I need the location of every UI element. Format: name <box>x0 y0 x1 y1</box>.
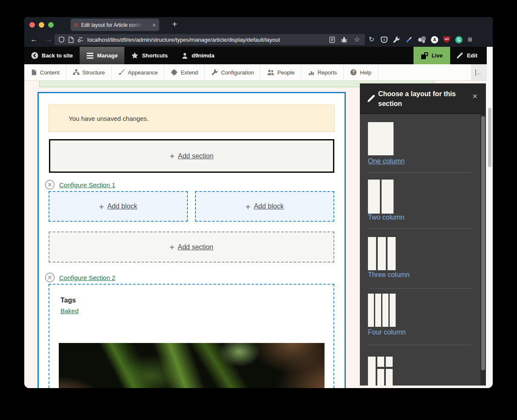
tags-heading: Tags <box>60 297 333 304</box>
menu-item-extend[interactable]: Extend <box>164 64 204 80</box>
plus-icon: + <box>99 203 104 211</box>
drupal-admin-menu: Content Structure Appearance Extend Conf… <box>24 64 487 81</box>
minimize-window-button[interactable] <box>39 22 44 28</box>
back-icon[interactable]: ← <box>30 32 37 47</box>
reports-chart-icon <box>308 69 315 76</box>
browser-actions: ↻ ∨ A uO G ≡ <box>368 32 472 47</box>
add-block-region-first[interactable]: + Add block <box>49 191 188 222</box>
sidebar-scrollbar-thumb[interactable] <box>481 116 485 370</box>
layout-option-one-column-link[interactable]: One column <box>368 157 405 165</box>
menu-label: People <box>277 69 294 76</box>
shortcuts-button[interactable]: Shortcuts <box>124 47 175 64</box>
menu-item-reports[interactable]: Reports <box>302 64 344 80</box>
refresh-icon[interactable]: ↻ <box>368 36 376 43</box>
sidebar-title: Choose a layout for this section <box>378 89 461 109</box>
browser-menu-icon[interactable]: ≡ <box>468 35 472 44</box>
manage-button[interactable]: Manage <box>80 47 124 64</box>
browser-tab[interactable]: U Edit layout for Article content ite × <box>71 19 159 31</box>
add-block-region-second[interactable]: + Add block <box>195 191 334 222</box>
back-to-site-button[interactable]: Back to site <box>24 47 80 64</box>
page-scrollbar-thumb[interactable] <box>488 108 491 167</box>
menu-label: Appearance <box>128 69 158 76</box>
live-label: Live <box>431 52 442 59</box>
layout-option-one-column-thumb[interactable] <box>368 122 393 155</box>
layout-selection-sidebar: Choose a layout for this section × One c… <box>360 83 486 386</box>
toolbar-collapse-button[interactable]: ← <box>471 64 487 80</box>
menu-label: Structure <box>83 69 105 76</box>
drupal-admin-toolbar: Back to site Manage Shortcuts d9nimda Li… <box>24 47 487 64</box>
new-tab-button[interactable]: + <box>169 19 180 30</box>
page-info-icon[interactable] <box>68 37 74 43</box>
remove-section-icon[interactable] <box>45 180 55 190</box>
permissions-icon[interactable] <box>77 37 84 43</box>
add-section-label: Add section <box>178 152 214 160</box>
manage-label: Manage <box>97 52 118 59</box>
add-section-label: Add section <box>178 243 213 251</box>
user-label: d9nimda <box>192 52 214 59</box>
remove-section-icon[interactable] <box>45 272 55 283</box>
menu-label: Content <box>40 69 60 76</box>
shortcuts-label: Shortcuts <box>142 52 168 59</box>
grammarly-icon[interactable]: G <box>455 36 462 43</box>
appearance-brush-icon <box>118 69 125 76</box>
menu-item-help[interactable]: ? Help <box>344 64 378 80</box>
help-icon: ? <box>350 69 357 76</box>
layout-option-three-column-thumb[interactable] <box>368 237 396 270</box>
configure-section-2-link[interactable]: Configure Section 2 <box>59 274 115 281</box>
divider <box>368 345 472 345</box>
url-bar[interactable]: localhost/libs/d9/en/admin/structure/typ… <box>55 34 365 45</box>
extension-molecule-icon[interactable] <box>418 36 426 43</box>
layout-option-four-column-link[interactable]: Four column <box>368 329 406 336</box>
divider <box>368 172 472 173</box>
add-section-button-top[interactable]: + Add section <box>49 139 334 173</box>
bug-extension-icon[interactable] <box>341 36 348 43</box>
back-circle-icon <box>31 52 38 59</box>
highlighter-pen-icon[interactable] <box>406 37 412 42</box>
url-text[interactable]: localhost/libs/d9/en/admin/structure/typ… <box>87 37 326 43</box>
tab-title: Edit layout for Article content ite <box>81 22 145 29</box>
configuration-wrench-icon <box>211 69 218 76</box>
pencil-icon <box>367 94 376 103</box>
reader-view-icon[interactable] <box>329 37 335 43</box>
menu-item-appearance[interactable]: Appearance <box>112 64 164 80</box>
menu-label: Help <box>360 69 371 76</box>
live-icon <box>421 52 428 59</box>
sidebar-scrollbar[interactable] <box>480 114 486 386</box>
section-1-header: Configure Section 1 <box>45 180 115 190</box>
configure-section-1-link[interactable]: Configure Section 1 <box>59 181 115 189</box>
shield-icon[interactable] <box>58 36 65 43</box>
people-icon <box>267 69 274 76</box>
toolbar-right-group: Live Edit <box>414 47 487 64</box>
bookmark-star-icon[interactable]: ☆ <box>353 36 361 43</box>
page-scrollbar[interactable] <box>487 47 493 388</box>
layout-option-two-column-link[interactable]: Two column <box>368 214 404 221</box>
ublock-origin-icon[interactable]: uO <box>443 36 450 43</box>
tag-link-baked[interactable]: Baked <box>60 307 79 314</box>
extend-puzzle-icon <box>171 69 178 76</box>
pencil-icon <box>456 52 463 59</box>
pocket-icon[interactable]: ∨ <box>381 37 388 43</box>
layout-option-four-column-thumb[interactable] <box>368 294 396 327</box>
layout-option-stacked-thumb[interactable] <box>368 357 393 386</box>
close-window-button[interactable] <box>29 22 35 28</box>
zoom-window-button[interactable] <box>48 22 54 28</box>
menu-item-content[interactable]: Content <box>24 64 66 80</box>
hamburger-icon <box>86 53 94 59</box>
add-section-button-middle[interactable]: + Add section <box>49 231 334 263</box>
live-tab-button[interactable]: Live <box>414 47 450 64</box>
urlbar-actions: ☆ <box>329 36 361 43</box>
menu-item-people[interactable]: People <box>261 64 301 80</box>
tab-close-icon[interactable]: × <box>152 22 156 28</box>
user-account-button[interactable]: d9nimda <box>175 47 221 64</box>
layout-option-three-column-link[interactable]: Three column <box>368 271 410 279</box>
edit-tab-button[interactable]: Edit <box>450 47 485 64</box>
layout-option-two-column-thumb[interactable] <box>368 180 393 214</box>
forward-icon[interactable]: → <box>46 32 53 47</box>
wrench-icon[interactable] <box>393 36 400 43</box>
menu-item-structure[interactable]: Structure <box>66 64 112 80</box>
menu-item-configuration[interactable]: Configuration <box>205 64 261 80</box>
sidebar-close-icon[interactable]: × <box>472 92 477 100</box>
user-icon <box>181 52 188 59</box>
add-block-label: Add block <box>254 203 284 210</box>
account-extension-icon[interactable]: A <box>431 36 438 43</box>
